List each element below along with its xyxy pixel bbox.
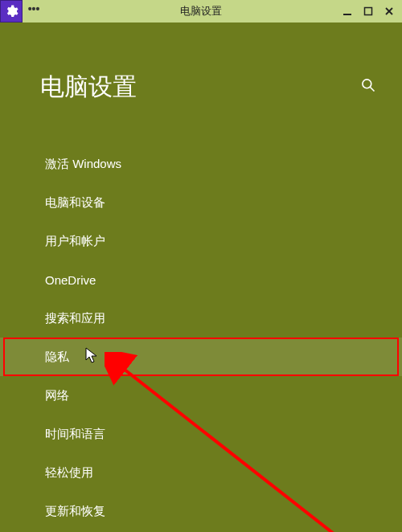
minimize-button[interactable] (341, 5, 354, 18)
search-icon (360, 77, 376, 93)
gear-icon (4, 4, 18, 18)
nav-pc-devices[interactable]: 电脑和设备 (0, 183, 402, 222)
page-title: 电脑设置 (40, 71, 137, 104)
svg-point-4 (363, 80, 371, 88)
nav-item-label: 电脑和设备 (45, 195, 105, 211)
nav-update-recovery[interactable]: 更新和恢复 (0, 492, 402, 530)
overflow-menu[interactable]: ••• (23, 0, 45, 23)
app-icon (0, 0, 23, 23)
titlebar: ••• 电脑设置 (0, 0, 402, 23)
maximize-button[interactable] (362, 5, 375, 18)
nav-search-apps[interactable]: 搜索和应用 (0, 299, 402, 338)
nav-network[interactable]: 网络 (0, 376, 402, 415)
nav-activate-windows[interactable]: 激活 Windows (0, 145, 402, 183)
nav-users-accounts[interactable]: 用户和帐户 (0, 222, 402, 260)
nav-ease-of-access[interactable]: 轻松使用 (0, 453, 402, 492)
svg-rect-1 (365, 8, 372, 15)
nav-item-label: 激活 Windows (45, 157, 121, 172)
nav-item-label: 时间和语言 (45, 427, 105, 442)
nav-item-label: 隐私 (45, 350, 69, 365)
nav-item-label: 网络 (45, 388, 69, 403)
content-area: 电脑设置 激活 Windows 电脑和设备 用户和帐户 OneDrive 搜索和… (0, 23, 402, 532)
nav-item-label: 轻松使用 (45, 465, 93, 481)
nav-item-label: OneDrive (45, 273, 96, 287)
nav-item-label: 搜索和应用 (45, 311, 105, 326)
nav-onedrive[interactable]: OneDrive (0, 260, 402, 299)
window-controls (341, 0, 402, 23)
nav-privacy[interactable]: 隐私 (0, 338, 402, 376)
search-button[interactable] (360, 77, 376, 93)
nav-item-label: 更新和恢复 (45, 504, 105, 519)
nav-time-language[interactable]: 时间和语言 (0, 415, 402, 453)
close-button[interactable] (383, 5, 396, 18)
svg-line-5 (371, 88, 375, 92)
nav-item-label: 用户和帐户 (45, 234, 105, 249)
nav-list: 激活 Windows 电脑和设备 用户和帐户 OneDrive 搜索和应用 隐私… (0, 145, 402, 530)
